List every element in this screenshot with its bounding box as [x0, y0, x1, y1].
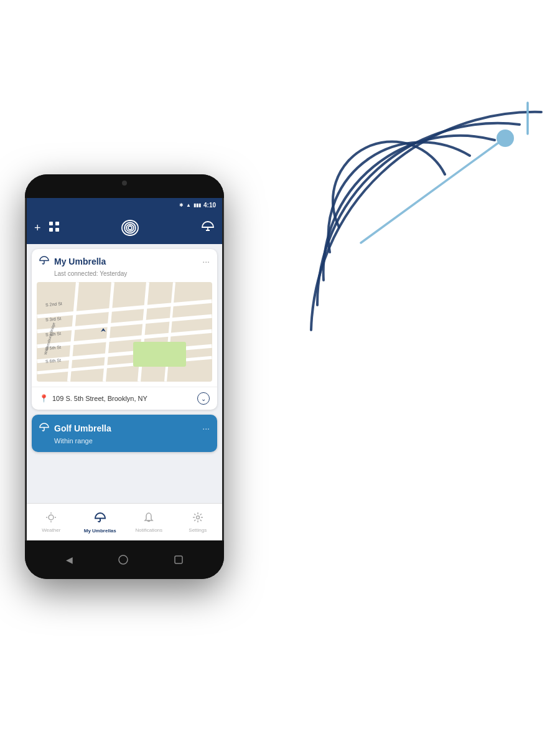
svg-rect-3 — [49, 222, 53, 225]
radar-svg — [236, 25, 548, 398]
app-header: + — [27, 212, 222, 244]
nav-umbrella-icon — [94, 511, 106, 527]
address-text: 109 S. 5th Street, Brooklyn, NY — [52, 395, 194, 402]
svg-rect-5 — [49, 228, 53, 232]
back-button[interactable]: ◀ — [66, 555, 73, 565]
golf-card-header: Golf Umbrella ··· — [32, 415, 217, 437]
wifi-icon: ▲ — [186, 202, 191, 208]
nav-weather-label: Weather — [42, 527, 60, 533]
map-park — [133, 342, 186, 367]
map-label-s3rd: S 3rd St — [45, 316, 62, 322]
nav-notifications-label: Notifications — [135, 527, 162, 533]
map-area: S 2nd St S 3rd St S 4th St S 5th St S 6t… — [37, 282, 212, 382]
signal-icon: ▮▮▮ — [194, 202, 201, 208]
bluetooth-icon: ✱ — [179, 202, 184, 208]
map-label-s6th: S 6th St — [45, 358, 61, 364]
map-street-h1 — [37, 299, 212, 319]
map-label-s2nd: S 2nd St — [45, 301, 62, 307]
header-right — [201, 220, 215, 236]
nav-my-umbrellas[interactable]: My Umbrellas — [76, 509, 125, 536]
radar-container — [236, 25, 548, 398]
golf-umbrella-card[interactable]: Golf Umbrella ··· Within range — [32, 415, 217, 452]
svg-point-1 — [497, 130, 514, 147]
map-street-v1 — [67, 282, 79, 382]
app-logo — [120, 219, 140, 237]
svg-rect-24 — [175, 556, 182, 563]
svg-point-7 — [128, 226, 132, 230]
nav-notifications[interactable]: Notifications — [124, 509, 174, 535]
my-umbrella-menu[interactable]: ··· — [202, 257, 210, 266]
nav-settings-label: Settings — [189, 527, 207, 533]
my-umbrella-subtitle: Last connected: Yesterday — [32, 270, 217, 282]
weather-icon — [45, 512, 57, 526]
status-time: 4:10 — [203, 202, 216, 209]
svg-point-23 — [119, 555, 128, 564]
card-header: My Umbrella ··· — [32, 249, 217, 270]
map-pin — [98, 327, 109, 341]
golf-umbrella-icon — [39, 422, 49, 435]
add-icon[interactable]: + — [34, 222, 41, 235]
nav-umbrellas-label: My Umbrellas — [84, 528, 116, 534]
svg-rect-4 — [55, 222, 59, 225]
map-street-h2 — [37, 314, 212, 334]
grid-icon[interactable] — [49, 221, 60, 235]
home-button[interactable] — [118, 554, 129, 565]
svg-point-22 — [196, 516, 199, 519]
address-chevron[interactable]: ⌄ — [197, 392, 210, 405]
golf-umbrella-subtitle: Within range — [32, 437, 217, 452]
app-content: My Umbrella ··· Last connected: Yesterda… — [27, 244, 222, 503]
bottom-nav: Weather My Umbrellas — [27, 503, 222, 540]
umbrella-card-icon — [39, 255, 49, 268]
header-left: + — [34, 221, 60, 235]
phone-camera — [122, 181, 127, 186]
address-bar[interactable]: 📍 109 S. 5th Street, Brooklyn, NY ⌄ — [32, 387, 217, 410]
phone-shell: ✱ ▲ ▮▮▮ 4:10 + — [25, 174, 224, 579]
svg-point-15 — [49, 515, 54, 520]
svg-line-0 — [361, 143, 498, 243]
scene: ✱ ▲ ▮▮▮ 4:10 + — [0, 0, 560, 749]
settings-icon — [192, 512, 203, 526]
my-umbrella-title: My Umbrella — [54, 257, 197, 266]
my-umbrella-card[interactable]: My Umbrella ··· Last connected: Yesterda… — [32, 249, 217, 410]
bell-icon — [143, 512, 154, 526]
nav-settings[interactable]: Settings — [174, 509, 223, 535]
phone-bottom-bezel: ◀ — [25, 540, 224, 579]
phone-top-bezel — [25, 174, 224, 198]
status-bar: ✱ ▲ ▮▮▮ 4:10 — [27, 198, 222, 212]
golf-umbrella-title: Golf Umbrella — [54, 423, 197, 433]
phone-wrapper: ✱ ▲ ▮▮▮ 4:10 + — [25, 174, 224, 579]
phone-screen: ✱ ▲ ▮▮▮ 4:10 + — [27, 198, 222, 540]
golf-umbrella-menu[interactable]: ··· — [202, 423, 210, 433]
address-pin-icon: 📍 — [39, 394, 49, 403]
recents-button[interactable] — [174, 555, 183, 564]
nav-weather[interactable]: Weather — [27, 509, 76, 535]
svg-rect-6 — [55, 228, 59, 232]
map-label-bridge: Williamsburg Bridge — [44, 322, 56, 355]
